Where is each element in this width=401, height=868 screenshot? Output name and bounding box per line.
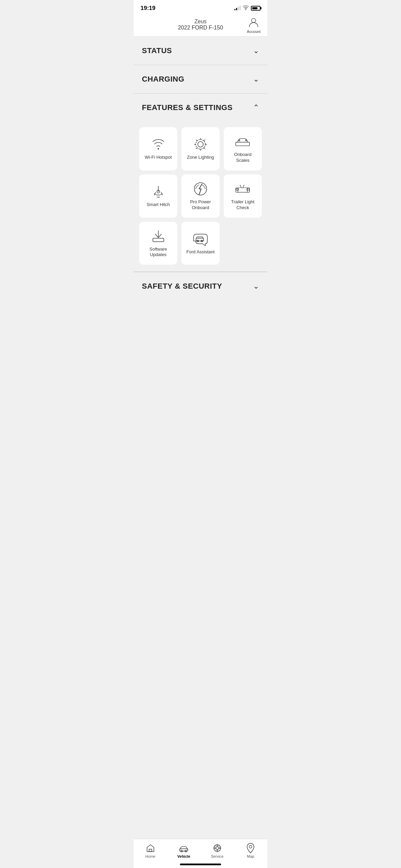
vehicle-info: Zeus 2022 FORD F-150 [178,19,223,31]
feature-card-smart-hitch[interactable]: Smart Hitch [139,174,177,218]
svg-rect-25 [247,189,250,190]
feature-card-pro-power-onboard[interactable]: Pro Power Onboard [181,174,219,218]
svg-line-11 [196,148,197,149]
sections-container: STATUS ⌄ CHARGING ⌄ FEATURES & SETTINGS … [134,37,267,298]
pro-power-icon [193,183,208,195]
ford-assistant-label: Ford Assistant [186,249,215,255]
zone-lighting-label: Zone Lighting [187,155,214,160]
svg-line-9 [204,148,205,149]
status-title: STATUS [142,46,172,55]
charging-title: CHARGING [142,75,184,84]
charging-section: CHARGING ⌄ [134,65,267,94]
smart-hitch-label: Smart Hitch [147,202,170,208]
account-icon [248,17,259,28]
wifi-hotspot-icon [151,138,166,150]
safety-section-header[interactable]: SAFETY & SECURITY ⌄ [134,272,267,298]
zone-lighting-icon [193,138,208,150]
smart-hitch-icon [151,185,166,198]
wifi-hotspot-label: Wi-Fi Hotspot [145,155,172,160]
signal-icon [234,6,241,10]
header: Zeus 2022 FORD F-150 Account [134,14,267,37]
svg-point-2 [158,148,159,149]
features-chevron: ⌃ [253,103,259,112]
svg-line-10 [204,140,205,141]
status-bar: 19:19 [134,0,267,14]
feature-card-onboard-scales[interactable]: Onboard Scales [224,127,262,170]
svg-line-8 [196,140,197,141]
features-grid: Wi-Fi Hotspot [134,122,267,272]
features-title: FEATURES & SETTINGS [142,103,233,112]
feature-card-wifi-hotspot[interactable]: Wi-Fi Hotspot [139,127,177,170]
feature-card-ford-assistant[interactable]: Ford Assistant [181,222,219,265]
vehicle-name: Zeus [178,19,223,25]
svg-point-14 [239,140,240,141]
svg-point-15 [245,140,247,141]
trailer-light-icon [235,183,250,195]
status-icons [234,5,260,11]
svg-point-0 [245,9,246,10]
account-button[interactable]: Account [247,17,260,34]
svg-line-27 [243,185,244,188]
svg-point-3 [198,142,203,147]
wifi-icon [243,5,249,11]
software-updates-label: Software Updates [143,246,173,258]
ford-assistant-icon [193,233,208,245]
svg-rect-28 [153,238,164,242]
battery-icon [251,6,260,11]
safety-section: SAFETY & SECURITY ⌄ [134,272,267,298]
svg-point-1 [252,19,256,23]
safety-chevron: ⌄ [253,282,259,291]
account-label: Account [247,29,260,34]
features-section-header[interactable]: FEATURES & SETTINGS ⌃ [134,94,267,122]
trailer-light-label: Trailer Light Check [228,199,258,211]
status-section-header[interactable]: STATUS ⌄ [134,37,267,65]
svg-rect-24 [236,189,239,190]
svg-line-26 [240,185,241,188]
charging-chevron: ⌄ [253,75,259,84]
status-section: STATUS ⌄ [134,37,267,65]
software-updates-icon [151,230,166,242]
status-chevron: ⌄ [253,46,259,55]
charging-section-header[interactable]: CHARGING ⌄ [134,65,267,93]
feature-card-trailer-light-check[interactable]: Trailer Light Check [224,174,262,218]
svg-rect-13 [236,142,250,146]
status-time: 19:19 [141,5,155,12]
onboard-scales-icon [235,135,250,148]
feature-card-software-updates[interactable]: Software Updates [139,222,177,265]
vehicle-model: 2022 FORD F-150 [178,25,223,31]
feature-card-zone-lighting[interactable]: Zone Lighting [181,127,219,170]
onboard-scales-label: Onboard Scales [228,152,258,164]
features-section: FEATURES & SETTINGS ⌃ Wi-Fi Hotspot [134,94,267,272]
safety-title: SAFETY & SECURITY [142,282,222,291]
pro-power-label: Pro Power Onboard [185,199,215,211]
